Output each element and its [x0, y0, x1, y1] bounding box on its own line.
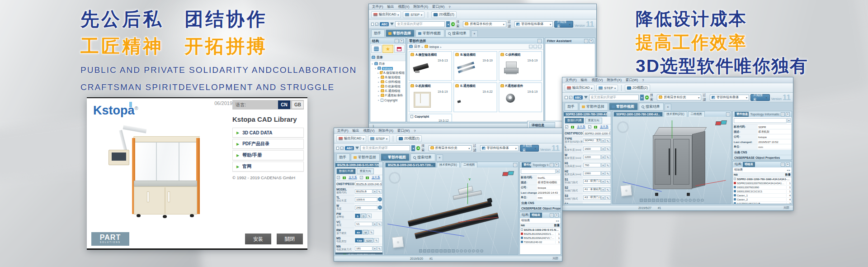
edit-icon[interactable]: ✎	[377, 222, 382, 226]
step-export-button[interactable]: STEP▾	[403, 11, 425, 18]
part-number-tab[interactable]: SDPR2-1600-1200-760-1990-A3...	[564, 112, 607, 116]
bom-tab-structure[interactable]: 结构	[735, 162, 741, 167]
edit-icon[interactable]: ✎	[377, 189, 382, 194]
add-tab-button[interactable]: +	[436, 154, 443, 161]
tab-助手[interactable]: 助手	[371, 29, 385, 37]
step-export-button[interactable]: STEP▾	[596, 85, 618, 91]
value-box[interactable]: 181	[355, 246, 373, 251]
param-subtab[interactable]: 数值行列表	[565, 118, 584, 124]
viewport-tool-icon[interactable]	[693, 199, 696, 202]
tree-expand-icon[interactable]: ▸	[377, 99, 380, 101]
edit-icon[interactable]: ✎	[377, 246, 382, 251]
view-2d-button[interactable]: 2D视图(2)	[625, 85, 650, 91]
relation-link[interactable]: 主关系	[372, 176, 380, 180]
viewport-3d-canvas[interactable]: Z	[613, 117, 731, 204]
menu-item-help-manual[interactable]: ▶ 帮助/手册	[232, 150, 304, 160]
toggle-option[interactable]: D	[361, 214, 366, 218]
edit-icon[interactable]: ✎	[605, 138, 610, 143]
viewport-tool-icon[interactable]	[480, 249, 483, 253]
relation-link[interactable]: 主关系	[349, 176, 357, 180]
view-2d-button[interactable]: 2D视图(2)	[431, 11, 457, 18]
relation-link[interactable]: 主关系	[577, 125, 585, 129]
viewport-part-tab[interactable]: BSZ5LB-1009-240-S-V1-NY-T20I...	[385, 162, 436, 167]
dropdown-button[interactable]: ▾	[373, 189, 377, 194]
close-icon[interactable]: ×	[786, 162, 790, 167]
info-icon[interactable]: i	[378, 205, 382, 210]
viewport-tool-icon[interactable]	[648, 199, 651, 202]
viewport-tool-icon[interactable]	[423, 249, 426, 253]
view-cube[interactable]	[392, 236, 404, 248]
relation-checkbox[interactable]: ✓	[337, 176, 340, 179]
dropdown-button[interactable]: ▾	[601, 179, 605, 184]
maximize-icon[interactable]: □	[538, 39, 542, 43]
menu-item-pdf-catalog[interactable]: ▶ PDF产品目录	[232, 139, 304, 149]
dropdown-button[interactable]: ▾	[373, 222, 377, 226]
export-to-cad-button[interactable]: 输出到CAD▾	[371, 11, 401, 18]
tree-expand-icon[interactable]: ▾	[374, 67, 377, 70]
viewport-tool-icon[interactable]	[680, 199, 684, 202]
menu-item[interactable]: 窗口(W)	[626, 78, 638, 82]
tree-expand-icon[interactable]: ▸	[377, 81, 380, 83]
viewport-tool-icon[interactable]	[664, 199, 667, 202]
menu-item[interactable]: 附加件(X)	[607, 78, 622, 82]
tab-助手[interactable]: 助手	[565, 103, 578, 110]
bom-pager[interactable]: ◂ ▸	[787, 168, 790, 172]
tree-expand-icon[interactable]: ▾	[371, 62, 373, 65]
start-search-button[interactable]: 开始搜索▾	[750, 94, 770, 101]
start-search-button[interactable]: 开始搜索▾	[554, 21, 573, 28]
tab-零部件视图[interactable]: 零部件视图	[609, 103, 638, 110]
filter-scope-select[interactable]: 零部件组和单体▾	[480, 145, 519, 151]
tab-搜索结果[interactable]: 搜索结果	[639, 103, 664, 110]
menu-item[interactable]: ?	[642, 78, 644, 82]
filter-scope-select[interactable]: 零部件组和单体▾	[514, 21, 553, 27]
menu-item[interactable]: 视图(V)	[398, 5, 410, 9]
catalog-view-button[interactable]	[371, 45, 382, 53]
param-subtab[interactable]: 重置方向	[585, 118, 602, 124]
edit-icon[interactable]: ✎	[605, 147, 610, 151]
toggle-option[interactable]: S	[355, 214, 360, 218]
maximize-icon[interactable]: □	[726, 112, 730, 116]
toggle-option[interactable]: S20I	[364, 238, 373, 243]
tab-零部件选择[interactable]: 零部件选择	[351, 153, 380, 161]
tab-零部件选择[interactable]: 零部件选择	[579, 103, 608, 110]
copyright-card[interactable]: Copyright19-3-12©copyright	[409, 114, 452, 122]
edit-icon[interactable]: ✎	[605, 155, 610, 159]
tab-搜索结果[interactable]: 搜索结果	[410, 153, 435, 161]
tree-expand-icon[interactable]: ▸	[377, 90, 380, 92]
view-cube[interactable]	[620, 185, 632, 196]
toggle-option[interactable]: NY	[355, 230, 362, 234]
tree-expand-icon[interactable]: ▸	[377, 85, 380, 88]
dropdown-button[interactable]: ▾	[601, 187, 605, 192]
value-box[interactable]: V1	[355, 222, 373, 226]
keyword-input[interactable]: 全文搜索的关键字	[395, 21, 445, 27]
menu-item[interactable]: 文件(F)	[372, 5, 383, 9]
maximize-icon[interactable]: □	[513, 163, 517, 167]
bom-tab-list[interactable]: 明细表	[743, 162, 755, 167]
menu-item[interactable]: 文件(F)	[566, 78, 577, 82]
toggle-option[interactable]: M	[363, 230, 368, 234]
menu-item[interactable]: 窗口(W)	[397, 129, 410, 133]
bom-pager[interactable]: ◂ ▸	[556, 219, 559, 222]
viewport-tool-icon[interactable]	[640, 199, 643, 202]
value-box[interactable]: 1990	[583, 171, 601, 176]
menu-item[interactable]: 文件(F)	[337, 129, 349, 133]
maximize-icon[interactable]: □	[584, 39, 588, 43]
viewport-tool-icon[interactable]	[652, 199, 655, 202]
menu-item[interactable]: 附加件(X)	[379, 129, 394, 133]
viewport-tool-icon[interactable]	[448, 249, 451, 253]
recalculate-button[interactable]: 重新计算3D模型 M/M	[335, 253, 382, 254]
catalog-card[interactable]: F.通用标准件19-6-19	[499, 82, 542, 112]
search-checkbox[interactable]	[336, 147, 339, 150]
info-tab-inactive[interactable]: Topology Information	[750, 112, 779, 116]
viewport-tool-icon[interactable]	[656, 199, 659, 202]
scope-select[interactable]: 所有目录和分类▾	[657, 95, 701, 100]
abc-button[interactable]: ABC	[345, 146, 354, 150]
info-icon[interactable]: i	[378, 197, 382, 201]
bom-tab-list[interactable]: 明细表	[530, 213, 542, 218]
tree-item[interactable]: ▸B.输送模组	[370, 75, 406, 80]
keyword-dropdown-button[interactable]: ▾	[640, 95, 644, 100]
maximize-icon[interactable]: □	[550, 213, 554, 217]
edit-icon[interactable]: ✎	[605, 195, 610, 200]
value-box[interactable]: A3 : 双开门-透明亚克	[583, 179, 601, 184]
edit-icon[interactable]: ✎	[605, 179, 610, 184]
